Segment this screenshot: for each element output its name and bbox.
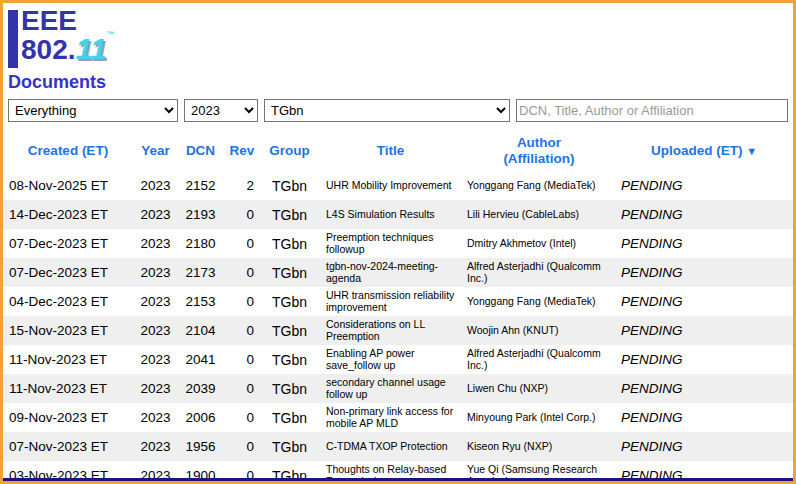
header-uploaded[interactable]: Uploaded (ET) ▼ — [615, 131, 793, 171]
cell-title: Non-primary link access for mobile AP ML… — [318, 403, 463, 432]
bottom-navy-bar — [3, 478, 793, 481]
cell-dcn: 2153 — [178, 287, 223, 316]
cell-dcn: 1956 — [178, 432, 223, 461]
cell-created: 07-Nov-2023 ET — [3, 432, 133, 461]
cell-uploaded: PENDING — [615, 403, 793, 432]
cell-title: secondary channel usage follow up — [318, 374, 463, 403]
table-row: 07-Nov-2023 ET202319560TGbnC-TDMA TXOP P… — [3, 432, 793, 461]
logo-line-ieee: EEE — [21, 8, 115, 35]
documents-page: EEE 802.11™ Documents Everything 2023 TG… — [0, 0, 796, 484]
cell-title: UHR Mobility Improvement — [318, 171, 463, 200]
cell-title: UHR transmission reliability improvement — [318, 287, 463, 316]
page-title: Documents — [8, 72, 788, 93]
cell-uploaded: PENDING — [615, 345, 793, 374]
cell-year: 2023 — [133, 200, 178, 229]
group-select[interactable]: TGbn — [264, 99, 510, 122]
logo-vertical-bar — [8, 10, 18, 68]
sort-descending-icon: ▼ — [746, 145, 757, 157]
table-row: 14-Dec-2023 ET202321930TGbnL4S Simulatio… — [3, 200, 793, 229]
header-uploaded-label: Uploaded (ET) — [651, 143, 743, 158]
cell-author: Dmitry Akhmetov (Intel) — [463, 229, 615, 258]
cell-uploaded: PENDING — [615, 316, 793, 345]
logo-text: EEE 802.11™ — [21, 8, 115, 63]
header-rev[interactable]: Rev — [223, 131, 261, 171]
cell-group: TGbn — [261, 258, 318, 287]
cell-author: Yonggang Fang (MediaTek) — [463, 171, 615, 200]
cell-rev: 0 — [223, 229, 261, 258]
cell-uploaded: PENDING — [615, 258, 793, 287]
cell-rev: 0 — [223, 287, 261, 316]
cell-group: TGbn — [261, 171, 318, 200]
table-row: 15-Nov-2023 ET202321040TGbnConsideration… — [3, 316, 793, 345]
cell-created: 07-Dec-2023 ET — [3, 229, 133, 258]
cell-year: 2023 — [133, 403, 178, 432]
cell-rev: 2 — [223, 171, 261, 200]
scope-select[interactable]: Everything — [8, 99, 178, 122]
cell-rev: 0 — [223, 258, 261, 287]
cell-uploaded: PENDING — [615, 374, 793, 403]
cell-group: TGbn — [261, 374, 318, 403]
cell-uploaded: PENDING — [615, 229, 793, 258]
cell-group: TGbn — [261, 229, 318, 258]
table-row: 07-Dec-2023 ET202321800TGbnPreemption te… — [3, 229, 793, 258]
table-row: 08-Nov-2025 ET202321522TGbnUHR Mobility … — [3, 171, 793, 200]
cell-uploaded: PENDING — [615, 171, 793, 200]
table-row: 04-Dec-2023 ET202321530TGbnUHR transmiss… — [3, 287, 793, 316]
cell-author: Alfred Asterjadhi (Qualcomm Inc.) — [463, 345, 615, 374]
ieee-80211-logo: EEE 802.11™ — [8, 8, 788, 70]
cell-title: C-TDMA TXOP Protection — [318, 432, 463, 461]
cell-group: TGbn — [261, 403, 318, 432]
cell-uploaded: PENDING — [615, 432, 793, 461]
cell-group: TGbn — [261, 316, 318, 345]
cell-author: Alfred Asterjadhi (Qualcomm Inc.) — [463, 258, 615, 287]
cell-author: Yonggang Fang (MediaTek) — [463, 287, 615, 316]
cell-dcn: 2039 — [178, 374, 223, 403]
documents-table: Created (ET) Year DCN Rev Group Title Au… — [3, 131, 793, 484]
cell-rev: 0 — [223, 200, 261, 229]
cell-author: Lili Hervieu (CableLabs) — [463, 200, 615, 229]
cell-year: 2023 — [133, 171, 178, 200]
cell-created: 11-Nov-2023 ET — [3, 374, 133, 403]
year-select[interactable]: 2023 — [184, 99, 258, 122]
logo-11-text: 11 — [76, 32, 107, 65]
cell-year: 2023 — [133, 345, 178, 374]
cell-rev: 0 — [223, 316, 261, 345]
cell-author: Woojin Ahn (KNUT) — [463, 316, 615, 345]
trademark-symbol: ™ — [107, 30, 115, 39]
cell-title: L4S Simulation Results — [318, 200, 463, 229]
cell-year: 2023 — [133, 258, 178, 287]
header-author[interactable]: Author (Affiliation) — [463, 131, 615, 171]
cell-title: Considerations on LL Preemption — [318, 316, 463, 345]
header-group[interactable]: Group — [261, 131, 318, 171]
header-year[interactable]: Year — [133, 131, 178, 171]
cell-title: tgbn-nov-2024-meeting-agenda — [318, 258, 463, 287]
search-input[interactable] — [516, 99, 788, 122]
cell-rev: 0 — [223, 432, 261, 461]
cell-dcn: 2173 — [178, 258, 223, 287]
cell-created: 08-Nov-2025 ET — [3, 171, 133, 200]
cell-rev: 0 — [223, 345, 261, 374]
header-title[interactable]: Title — [318, 131, 463, 171]
header-created[interactable]: Created (ET) — [3, 131, 133, 171]
cell-year: 2023 — [133, 374, 178, 403]
cell-created: 14-Dec-2023 ET — [3, 200, 133, 229]
filter-bar: Everything 2023 TGbn — [3, 97, 793, 122]
cell-year: 2023 — [133, 316, 178, 345]
cell-dcn: 2193 — [178, 200, 223, 229]
table-header-row: Created (ET) Year DCN Rev Group Title Au… — [3, 131, 793, 171]
cell-author: Minyoung Park (Intel Corp.) — [463, 403, 615, 432]
logo-line-80211: 802.11™ — [21, 35, 115, 64]
cell-dcn: 2041 — [178, 345, 223, 374]
cell-created: 04-Dec-2023 ET — [3, 287, 133, 316]
logo-802-text: 802. — [21, 34, 76, 65]
cell-rev: 0 — [223, 403, 261, 432]
cell-group: TGbn — [261, 432, 318, 461]
header-dcn[interactable]: DCN — [178, 131, 223, 171]
table-row: 09-Nov-2023 ET202320060TGbnNon-primary l… — [3, 403, 793, 432]
cell-group: TGbn — [261, 287, 318, 316]
cell-created: 15-Nov-2023 ET — [3, 316, 133, 345]
cell-rev: 0 — [223, 374, 261, 403]
cell-year: 2023 — [133, 229, 178, 258]
cell-dcn: 2006 — [178, 403, 223, 432]
table-row: 11-Nov-2023 ET202320410TGbnEnabling AP p… — [3, 345, 793, 374]
